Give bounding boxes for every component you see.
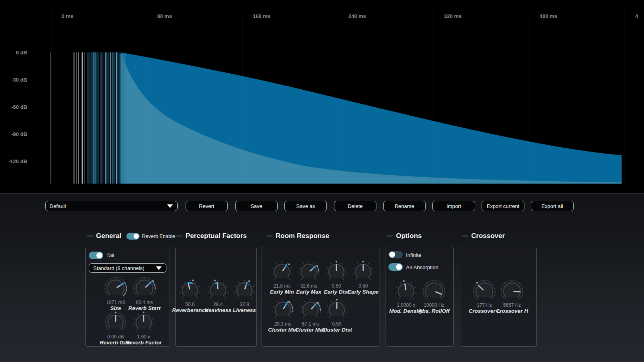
knob-label: Cluster Dist (313, 327, 361, 333)
knob-value: 32.8 (222, 302, 266, 307)
knob-reverb-gain[interactable] (103, 310, 128, 336)
knob-early-min[interactable] (269, 259, 295, 285)
preset-import-button[interactable]: Import (432, 201, 475, 211)
preset-selector[interactable]: Default (45, 201, 178, 211)
knob-crossover-l[interactable] (472, 278, 497, 304)
chevron-down-icon (167, 204, 173, 208)
toggle-knob (134, 234, 139, 239)
air-absorption-label: Air Absorption (406, 264, 438, 270)
section-dash-icon (176, 236, 182, 236)
tail-toggle[interactable] (89, 252, 103, 259)
toggle-knob (396, 264, 402, 270)
svg-text:-60 dB: -60 dB (11, 104, 27, 110)
knob-early-dist[interactable] (324, 259, 349, 285)
knob-early-shape[interactable] (350, 259, 376, 285)
preset-export-current-button[interactable]: Export current (482, 201, 524, 211)
preset-export-all-button[interactable]: Export all (531, 201, 574, 211)
section-title-options: Options (387, 232, 422, 240)
knob-label: Early Shape (339, 289, 387, 295)
svg-text:-90 dB: -90 dB (11, 131, 27, 137)
knob-cluster-max[interactable] (298, 297, 323, 323)
svg-text:80 ms: 80 ms (157, 13, 172, 19)
section-dash-icon (87, 236, 93, 236)
preset-save-as-button[interactable]: Save as (284, 201, 327, 211)
svg-text:-120 dB: -120 dB (8, 158, 27, 164)
svg-text:160 ms: 160 ms (253, 13, 270, 19)
channel-format-value: Standard (8 channels) (89, 265, 156, 271)
knob-abs-rolloff[interactable] (421, 278, 447, 304)
knob-value: 60.4 ms (122, 300, 166, 305)
preset-save-button[interactable]: Save (235, 201, 278, 211)
preset-rename-button[interactable]: Rename (383, 201, 426, 211)
infinite-label: Infinite (406, 252, 421, 258)
infinite-toggle[interactable] (388, 251, 403, 258)
section-title-crossover: Crossover (462, 232, 505, 240)
knob-cluster-dist[interactable] (324, 297, 350, 323)
knob-label: Abs. RollOff (410, 308, 458, 314)
knob-mod-density[interactable] (393, 278, 419, 304)
knob-label: Liveness (220, 307, 268, 313)
preset-selector-value: Default (46, 203, 167, 209)
knob-value: 0.50 (315, 321, 359, 327)
svg-text:4: 4 (635, 13, 638, 19)
reverb-plugin-window: { "reverb_display": { "time_labels": ["0… (0, 0, 644, 362)
knob-label: Reverb Factor (120, 340, 168, 346)
knob-crossover-h[interactable] (499, 278, 525, 304)
knob-reverberance[interactable] (177, 278, 203, 303)
toggle-knob (389, 252, 395, 258)
knob-heaviness[interactable] (205, 278, 231, 303)
toggle-knob (96, 252, 102, 258)
svg-text:-30 dB: -30 dB (11, 77, 27, 83)
svg-text:240 ms: 240 ms (348, 13, 366, 19)
reverb-decay-display: 0 ms80 ms160 ms240 ms320 ms400 ms40 dB-3… (0, 0, 644, 193)
section-dash-icon (266, 236, 272, 236)
svg-text:0 dB: 0 dB (16, 50, 27, 56)
knob-value: 10000 Hz (412, 302, 456, 308)
section-title-general: General (87, 232, 121, 240)
reverb-enable-toggle[interactable] (126, 233, 140, 240)
knob-value: 0.50 (341, 283, 385, 289)
control-area: Default RevertSaveSave asDeleteRenameImp… (0, 193, 644, 362)
section-dash-icon (462, 236, 468, 236)
section-title-room-response: Room Response (266, 232, 329, 240)
level-axis: 0 dB-30 dB-60 dB-90 dB-120 dB (8, 50, 27, 164)
preset-delete-button[interactable]: Delete (334, 201, 376, 211)
knob-reverb-factor[interactable] (131, 310, 156, 336)
time-axis: 0 ms80 ms160 ms240 ms320 ms400 ms4 (62, 13, 638, 19)
preset-revert-button[interactable]: Revert (186, 201, 228, 211)
section-title-perceptual-factors: Perceptual Factors (176, 232, 247, 240)
knob-label: Crossover H (488, 308, 536, 314)
channel-format-selector[interactable]: Standard (8 channels) (89, 263, 166, 273)
tail-label: Tail (106, 252, 114, 258)
early-reflections (74, 52, 125, 184)
chevron-down-icon (156, 266, 162, 270)
knob-liveness[interactable] (232, 278, 257, 303)
knob-cluster-min[interactable] (270, 297, 296, 323)
knob-early-max[interactable] (296, 259, 322, 285)
knob-value: 1.00 x (122, 334, 166, 340)
reverb-enable-label: Reverb Enable (142, 234, 175, 239)
svg-text:320 ms: 320 ms (444, 13, 462, 19)
knob-size[interactable] (103, 276, 128, 301)
air-absorption-toggle[interactable] (388, 263, 403, 271)
svg-text:0 ms: 0 ms (62, 13, 74, 19)
knob-reverb-start[interactable] (132, 276, 157, 301)
svg-text:400 ms: 400 ms (540, 13, 557, 19)
knob-value: 5657 Hz (490, 302, 534, 308)
section-dash-icon (387, 236, 393, 236)
